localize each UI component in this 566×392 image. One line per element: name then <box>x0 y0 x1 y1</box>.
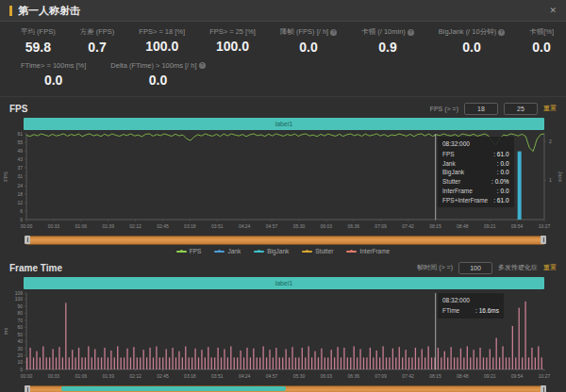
metric-value: 100.0 <box>139 39 185 54</box>
fps-threshold-input-high[interactable] <box>504 103 538 115</box>
svg-text:6: 6 <box>20 208 23 214</box>
frame-time-chart-svg[interactable]: 0102030405060708090100109ms00:0000:3301:… <box>0 290 566 384</box>
svg-text:07:09: 07:09 <box>375 373 387 379</box>
legend-label: Jank <box>227 248 241 254</box>
legend-label: Stutter <box>315 248 333 254</box>
fps-threshold-input-low[interactable] <box>464 103 498 115</box>
svg-text:07:09: 07:09 <box>375 223 387 229</box>
metric-label: 平均 (FPS) <box>21 27 56 37</box>
svg-text:90: 90 <box>17 303 23 309</box>
legend-item-interframe[interactable]: InterFrame <box>346 248 390 254</box>
legend-line-icon <box>346 251 357 253</box>
frame-time-chart[interactable]: 0102030405060708090100109ms00:0000:3301:… <box>0 290 566 384</box>
fps-chart[interactable]: 0612182431374349556112FPSJank00:0000:330… <box>0 131 566 235</box>
legend-line-icon <box>254 251 264 253</box>
svg-text:01:06: 01:06 <box>75 223 88 229</box>
fps-series-label-bar[interactable]: label1 <box>24 118 544 130</box>
info-icon[interactable]: ? <box>199 62 206 69</box>
svg-text:50: 50 <box>17 332 23 337</box>
svg-text:02:45: 02:45 <box>157 373 169 379</box>
metric-value: 0.0 <box>280 40 337 55</box>
fps-chart-svg[interactable]: 0612182431374349556112FPSJank00:0000:330… <box>0 131 566 235</box>
svg-text:18: 18 <box>17 191 23 197</box>
svg-text:61: 61 <box>17 131 23 137</box>
ftime-threshold-input[interactable] <box>458 262 492 274</box>
metric-label: 卡顿 (/ 10min)? <box>361 27 414 37</box>
fps-datazoom-slider[interactable] <box>26 236 544 245</box>
svg-text:05:30: 05:30 <box>293 373 306 379</box>
legend-item-bigjank[interactable]: BigJank <box>254 248 289 254</box>
svg-text:60: 60 <box>17 324 23 330</box>
metric-label: 方差 (FPS) <box>80 27 115 37</box>
svg-text:24: 24 <box>17 183 23 188</box>
svg-text:09:21: 09:21 <box>484 223 496 229</box>
ftime-series-label-bar[interactable]: label1 <box>24 277 544 289</box>
svg-text:06:36: 06:36 <box>347 373 359 379</box>
fps-threshold-label: FPS (> =) <box>430 106 458 112</box>
info-icon[interactable]: ? <box>330 29 337 36</box>
metric-label-text: 方差 (FPS) <box>80 27 115 37</box>
svg-text:01:06: 01:06 <box>75 373 88 379</box>
datazoom-handle-left-icon[interactable] <box>25 236 30 244</box>
metric-value: 100.0 <box>209 39 256 54</box>
metric-label: 卡顿[%] <box>529 27 554 37</box>
horizontal-scrollbar-thumb[interactable] <box>61 386 286 391</box>
info-icon[interactable]: ? <box>498 29 505 36</box>
metric-3: FPS> = 25 [%]100.0 <box>209 27 256 55</box>
ftime-reset-button[interactable]: 重置 <box>543 263 557 272</box>
svg-text:01:39: 01:39 <box>102 373 114 379</box>
metric-value: 0.0 <box>529 40 554 55</box>
info-icon[interactable]: ? <box>408 29 414 36</box>
frame-time-controls: 帧时间 (> =) 多发性硬化症 重置 <box>417 262 557 274</box>
svg-text:100: 100 <box>15 296 24 302</box>
svg-text:80: 80 <box>17 310 23 316</box>
metrics-row-1: 平均 (FPS)59.8方差 (FPS)0.7FPS> = 18 [%]100.… <box>21 27 551 55</box>
metrics-summary: 平均 (FPS)59.8方差 (FPS)0.7FPS> = 18 [%]100.… <box>0 22 566 97</box>
metric-label-text: 降帧 (FPS) [/ h] <box>280 27 328 37</box>
svg-text:FPS: FPS <box>3 172 8 182</box>
metric-label-text: FTime> = 100ms [%] <box>21 61 86 70</box>
svg-text:03:51: 03:51 <box>211 223 224 229</box>
title-accent-marker <box>9 6 12 16</box>
metric-label: Delta (FTime) > 100ms [/ h]? <box>110 61 205 70</box>
fps-reset-button[interactable]: 重置 <box>543 104 557 113</box>
metric-label-text: Delta (FTime) > 100ms [/ h] <box>110 61 196 70</box>
metric-label: 降帧 (FPS) [/ h]? <box>280 27 337 37</box>
svg-text:08:48: 08:48 <box>457 223 469 229</box>
svg-text:10:27: 10:27 <box>539 223 551 229</box>
svg-text:ms: ms <box>3 328 8 335</box>
metric-label: FPS> = 25 [%] <box>209 27 256 36</box>
metric-value: 0.0 <box>439 40 505 55</box>
metric-label: FTime> = 100ms [%] <box>21 61 86 70</box>
svg-text:20: 20 <box>17 352 23 358</box>
legend-line-icon <box>302 251 312 253</box>
svg-text:09:21: 09:21 <box>484 373 496 379</box>
fps-panel-title: FPS <box>9 104 27 114</box>
svg-text:0: 0 <box>20 217 23 222</box>
legend-item-jank[interactable]: Jank <box>214 248 241 254</box>
svg-text:02:12: 02:12 <box>129 223 142 229</box>
svg-text:08:15: 08:15 <box>429 373 441 379</box>
ftime-threshold-label: 帧时间 (> =) <box>417 263 453 272</box>
svg-text:08:48: 08:48 <box>457 373 469 379</box>
metric-label: FPS> = 18 [%] <box>139 27 185 36</box>
page-title: 第一人称射击 <box>18 4 80 18</box>
svg-text:49: 49 <box>17 148 23 154</box>
svg-text:07:42: 07:42 <box>402 373 414 379</box>
metric-1: 方差 (FPS)0.7 <box>80 27 115 55</box>
svg-text:70: 70 <box>17 318 23 323</box>
legend-item-stutter[interactable]: Stutter <box>302 248 333 254</box>
svg-text:09:54: 09:54 <box>511 223 524 229</box>
svg-text:03:18: 03:18 <box>184 223 196 229</box>
svg-text:04:24: 04:24 <box>239 373 251 379</box>
close-icon[interactable]: ✕ <box>549 6 557 15</box>
metric-label-text: 平均 (FPS) <box>21 27 56 37</box>
horizontal-scrollbar[interactable] <box>0 386 566 391</box>
metrics-row-2: FTime> = 100ms [%]0.0Delta (FTime) > 100… <box>21 61 551 88</box>
metric-label-text: FPS> = 18 [%] <box>139 27 185 36</box>
metric-label-text: 卡顿 (/ 10min) <box>361 27 406 37</box>
datazoom-handle-right-icon[interactable] <box>541 236 546 244</box>
svg-text:31: 31 <box>17 173 23 179</box>
legend-item-fps[interactable]: FPS <box>176 248 202 254</box>
metric-2: FPS> = 18 [%]100.0 <box>139 27 185 55</box>
